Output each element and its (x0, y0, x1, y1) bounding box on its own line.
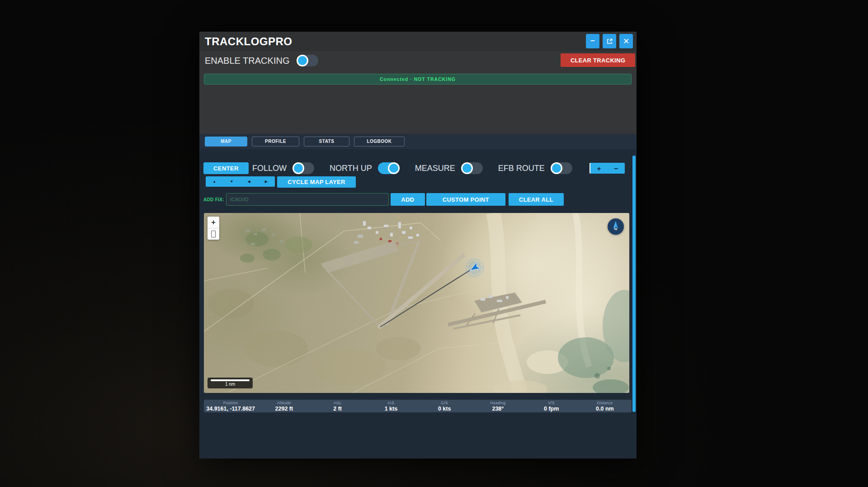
aircraft-marker-anchor[interactable] (466, 259, 484, 277)
field-ias: IAS 1 kts (364, 400, 418, 412)
field-value: 0.0 nm (596, 406, 614, 412)
follow-toggle[interactable] (292, 162, 314, 174)
field-distance: Distance 0.0 nm (578, 400, 632, 412)
field-label: IAS (388, 401, 395, 405)
pan-toolbar: ▲ ▼ ◀ ▶ CYCLE MAP LAYER (206, 176, 356, 188)
tab-profile[interactable]: PROFILE (252, 137, 299, 147)
map-toolbar: CENTER FOLLOW NORTH UP MEASURE EFB ROUTE… (203, 162, 631, 175)
north-up-toggle[interactable] (378, 162, 400, 174)
field-position: Position 34.9161, -117.8627 (204, 400, 257, 412)
field-value: 2 ft (333, 406, 342, 412)
measure-label: MEASURE (415, 164, 455, 173)
vertical-scrollbar[interactable] (632, 156, 636, 412)
field-label: Altitude (277, 401, 291, 405)
tab-bar: MAP PROFILE STATS LOGBOOK (205, 137, 405, 147)
zoom-in-button[interactable]: + (590, 163, 608, 174)
window-title: TRACKLOGPRO (205, 32, 292, 52)
flight-data-bar: Position 34.9161, -117.8627 Altitude 229… (204, 400, 632, 412)
north-up-label: NORTH UP (330, 164, 372, 173)
pan-left-button[interactable]: ◀ (241, 176, 258, 187)
zoom-out-button[interactable]: − (608, 163, 625, 174)
add-fix-row: ADD FIX: ADD CUSTOM POINT CLEAR ALL (203, 193, 564, 206)
compass-control[interactable]: N (608, 218, 624, 235)
efb-route-label: EFB ROUTE (498, 164, 545, 173)
tab-map[interactable]: MAP (205, 137, 247, 147)
airfield-runways (321, 241, 546, 329)
field-value: 34.9161, -117.8627 (206, 406, 255, 412)
field-value: 0 fpm (544, 406, 559, 412)
tab-stats[interactable]: STATS (304, 137, 349, 147)
field-label: Position (223, 401, 238, 405)
map-zoom-in-button[interactable]: + (208, 217, 219, 228)
field-agl: AGL 2 ft (311, 400, 364, 412)
toggle-knob (551, 162, 562, 174)
arrow-right-icon: ▶ (265, 180, 268, 184)
enable-tracking-toggle[interactable] (297, 55, 318, 66)
custom-point-button[interactable]: CUSTOM POINT (426, 193, 505, 206)
connection-status-banner: Connected · NOT TRACKING (204, 74, 632, 85)
fix-id-input[interactable] (226, 193, 389, 206)
pan-button-bar: ▲ ▼ ◀ ▶ (206, 176, 275, 187)
popout-icon (606, 38, 613, 45)
toggle-knob (297, 55, 308, 66)
field-value: 238° (492, 406, 504, 412)
toggle-knob (461, 162, 473, 174)
add-fix-button[interactable]: ADD (391, 193, 425, 206)
field-label: Distance (597, 401, 613, 405)
field-value: 1 kts (385, 406, 398, 412)
field-altitude: Altitude 2292 ft (257, 400, 311, 412)
field-label: G/S (441, 401, 448, 405)
map-canvas[interactable]: + N 1 nm (204, 213, 629, 393)
center-button[interactable]: CENTER (203, 162, 249, 174)
zoom-out-icon (211, 231, 216, 237)
minimize-icon: − (590, 37, 595, 46)
field-value: 2292 ft (275, 406, 293, 412)
scale-label: 1 nm (225, 382, 235, 387)
enable-tracking-row: ENABLE TRACKING (205, 53, 318, 68)
clear-tracking-button[interactable]: CLEAR TRACKING (561, 53, 635, 67)
minimize-button[interactable]: − (586, 34, 599, 48)
clear-all-button[interactable]: CLEAR ALL (509, 193, 564, 206)
popout-button[interactable] (603, 34, 616, 48)
field-label: AGL (334, 401, 342, 405)
close-button[interactable]: ✕ (619, 34, 633, 48)
arrow-left-icon: ◀ (248, 180, 250, 184)
map-scale-control: 1 nm (208, 378, 253, 388)
toggle-knob (292, 162, 304, 174)
arrow-up-icon: ▲ (212, 180, 216, 184)
enable-tracking-label: ENABLE TRACKING (205, 56, 289, 66)
toggle-knob (388, 162, 400, 174)
arrow-down-icon: ▼ (230, 180, 233, 184)
field-heading: Heading 238° (471, 400, 524, 412)
field-label: V/S (548, 401, 555, 405)
add-fix-label: ADD FIX: (203, 197, 224, 202)
field-value: 0 kts (438, 406, 451, 412)
follow-label: FOLLOW (252, 164, 287, 173)
pan-down-button[interactable]: ▼ (223, 176, 240, 187)
pan-right-button[interactable]: ▶ (258, 176, 275, 187)
compass-icon: N (608, 218, 624, 235)
field-gs: G/S 0 kts (418, 400, 471, 412)
tracklogpro-window: TRACKLOGPRO − ✕ ENABLE TRACKING CLEAR TR… (199, 32, 637, 459)
pan-up-button[interactable]: ▲ (206, 176, 223, 187)
tab-logbook[interactable]: LOGBOOK (354, 137, 405, 147)
window-controls: − ✕ (586, 34, 633, 48)
svg-text:N: N (614, 227, 617, 231)
field-vs: V/S 0 fpm (525, 400, 578, 412)
title-bar: TRACKLOGPRO − ✕ (199, 32, 637, 52)
field-label: Heading (490, 401, 505, 405)
cycle-map-layer-button[interactable]: CYCLE MAP LAYER (277, 176, 356, 188)
efb-route-toggle[interactable] (551, 162, 572, 174)
satellite-terrain (204, 213, 629, 393)
zoom-button-pair: + − (590, 163, 625, 174)
map-zoom-control: + (208, 217, 219, 240)
measure-toggle[interactable] (461, 162, 483, 174)
base-buildings (354, 221, 419, 245)
close-icon: ✕ (623, 37, 629, 46)
scale-bar (211, 379, 250, 381)
map-zoom-out-button[interactable] (208, 228, 219, 240)
